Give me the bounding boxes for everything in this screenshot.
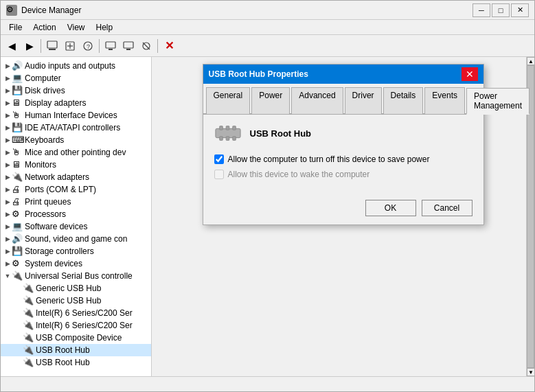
tree-item-processors[interactable]: ▶ ⚙ Processors: [1, 208, 151, 220]
svg-rect-15: [226, 126, 229, 130]
toolbar-properties[interactable]: [44, 38, 60, 54]
icon-sound: 🔊: [12, 233, 23, 244]
label-disk: Disk drives: [25, 86, 65, 95]
toolbar-separator-3: [157, 39, 158, 53]
arrow-display: ▶: [3, 99, 12, 107]
tree-item-storage[interactable]: ▶ 💾 Storage controllers: [1, 245, 151, 257]
toolbar-separator-1: [41, 39, 41, 53]
label-monitors: Monitors: [25, 160, 56, 170]
tree-item-usb[interactable]: ▼ 🔌 Universal Serial Bus controlle: [1, 270, 151, 282]
tree-item-software[interactable]: ▶ 💻 Software devices: [1, 220, 151, 233]
close-button[interactable]: ✕: [511, 3, 529, 17]
tree-item-audio[interactable]: ▶ 🔊 Audio inputs and outputs: [1, 60, 151, 72]
allow-off-checkbox[interactable]: [214, 154, 224, 164]
tree-item-print[interactable]: ▶ 🖨 Print queues: [1, 196, 151, 208]
allow-off-label: Allow the computer to turn off this devi…: [228, 154, 430, 164]
tab-general[interactable]: General: [206, 87, 251, 114]
maximize-button[interactable]: □: [492, 3, 510, 17]
menu-file[interactable]: File: [3, 21, 27, 34]
icon-display: 🖥: [12, 97, 23, 108]
label-usbroot2: USB Root Hub: [36, 358, 90, 367]
toolbar-scan[interactable]: [138, 38, 155, 54]
label-intel2: Intel(R) 6 Series/C200 Ser: [36, 321, 133, 330]
tab-details[interactable]: Details: [383, 87, 424, 114]
label-sound: Sound, video and game con: [25, 234, 127, 244]
tree-item-hid[interactable]: ▶ 🖱 Human Interface Devices: [1, 109, 151, 122]
label-storage: Storage controllers: [25, 246, 94, 256]
svg-rect-14: [219, 126, 223, 130]
icon-print: 🖨: [12, 196, 23, 207]
label-intel1: Intel(R) 6 Series/C200 Ser: [36, 308, 133, 318]
tab-advanced[interactable]: Advanced: [291, 87, 343, 114]
label-print: Print queues: [25, 197, 71, 207]
menu-view[interactable]: View: [62, 21, 91, 34]
toolbar-separator-2: [99, 39, 100, 53]
label-hid: Human Interface Devices: [25, 111, 117, 120]
tree-item-computer[interactable]: ▶ 💻 Computer: [1, 72, 151, 84]
arrow-processors: ▶: [3, 210, 12, 218]
label-display: Display adapters: [25, 98, 86, 108]
svg-rect-10: [126, 49, 130, 50]
tab-power-management[interactable]: Power Management: [466, 88, 530, 115]
ok-button[interactable]: OK: [365, 200, 416, 216]
tree-item-network[interactable]: ▶ 🔌 Network adapters: [1, 171, 151, 183]
svg-rect-16: [232, 126, 236, 130]
toolbar-remove[interactable]: ✕: [161, 38, 177, 54]
tree-item-mice[interactable]: ▶ 🖱 Mice and other pointing dev: [1, 146, 151, 159]
tree-item-intel2[interactable]: ▶ 🔌 Intel(R) 6 Series/C200 Ser: [1, 319, 151, 332]
label-mice: Mice and other pointing dev: [25, 148, 126, 157]
label-generic1: Generic USB Hub: [36, 284, 101, 293]
tree-item-disk[interactable]: ▶ 💾 Disk drives: [1, 84, 151, 97]
device-header-icon: [214, 123, 242, 143]
arrow-mice: ▶: [3, 148, 12, 157]
device-tree[interactable]: ▶ 🔊 Audio inputs and outputs ▶ 💻 Compute…: [1, 57, 152, 376]
tab-power[interactable]: Power: [251, 87, 290, 114]
tree-item-system[interactable]: ▶ ⚙ System devices: [1, 257, 151, 270]
arrow-disk: ▶: [3, 87, 12, 95]
arrow-storage: ▶: [3, 247, 12, 255]
tree-item-intel1[interactable]: ▶ 🔌 Intel(R) 6 Series/C200 Ser: [1, 307, 151, 319]
tree-item-usbroot2[interactable]: ▶ 🔌 USB Root Hub: [1, 356, 151, 369]
icon-intel1: 🔌: [23, 308, 34, 319]
svg-rect-9: [124, 42, 133, 48]
tree-item-usbroot1[interactable]: ▶ 🔌 USB Root Hub: [1, 344, 151, 356]
dialog-close-button[interactable]: ✕: [462, 67, 478, 81]
tab-driver[interactable]: Driver: [345, 87, 382, 114]
label-system: System devices: [25, 259, 82, 268]
arrow-software: ▶: [3, 222, 12, 231]
cancel-button[interactable]: Cancel: [422, 200, 473, 216]
arrow-hid: ▶: [3, 111, 12, 119]
toolbar-display1[interactable]: [102, 38, 119, 54]
label-ide: IDE ATA/ATAPI controllers: [25, 123, 120, 132]
allow-wake-label: Allow this device to wake the computer: [228, 170, 370, 179]
tree-item-ide[interactable]: ▶ 💾 IDE ATA/ATAPI controllers: [1, 122, 151, 134]
icon-storage: 💾: [12, 246, 23, 257]
toolbar-display2[interactable]: [120, 38, 137, 54]
menu-action[interactable]: Action: [27, 21, 61, 34]
toolbar-forward[interactable]: ▶: [21, 38, 38, 54]
tree-item-usbcomp[interactable]: ▶ 🔌 USB Composite Device: [1, 332, 151, 344]
toolbar-update[interactable]: [62, 38, 78, 54]
svg-rect-7: [106, 42, 115, 48]
svg-rect-1: [49, 49, 56, 50]
icon-generic1: 🔌: [23, 283, 34, 294]
label-generic2: Generic USB Hub: [36, 296, 101, 305]
tree-item-generic1[interactable]: ▶ 🔌 Generic USB Hub: [1, 282, 151, 295]
tree-item-generic2[interactable]: ▶ 🔌 Generic USB Hub: [1, 295, 151, 307]
arrow-sound: ▶: [3, 235, 12, 243]
window-title: Device Manager: [21, 5, 473, 15]
app-icon: ⚙: [6, 5, 17, 16]
menu-help[interactable]: Help: [91, 21, 119, 34]
toolbar-back[interactable]: ◀: [3, 38, 20, 54]
dialog-overlay: USB Root Hub Properties ✕ General Power …: [152, 57, 534, 376]
tree-item-monitors[interactable]: ▶ 🖥 Monitors: [1, 159, 151, 171]
arrow-keyboards: ▶: [3, 136, 12, 144]
tree-item-keyboards[interactable]: ▶ ⌨ Keyboards: [1, 134, 151, 146]
tab-events[interactable]: Events: [424, 87, 465, 114]
tree-item-ports[interactable]: ▶ 🖨 Ports (COM & LPT): [1, 183, 151, 196]
allow-wake-checkbox[interactable]: [214, 170, 224, 179]
tree-item-sound[interactable]: ▶ 🔊 Sound, video and game con: [1, 233, 151, 245]
tree-item-display[interactable]: ▶ 🖥 Display adapters: [1, 97, 151, 109]
toolbar-help[interactable]: ?: [80, 38, 96, 54]
minimize-button[interactable]: ─: [473, 3, 490, 17]
